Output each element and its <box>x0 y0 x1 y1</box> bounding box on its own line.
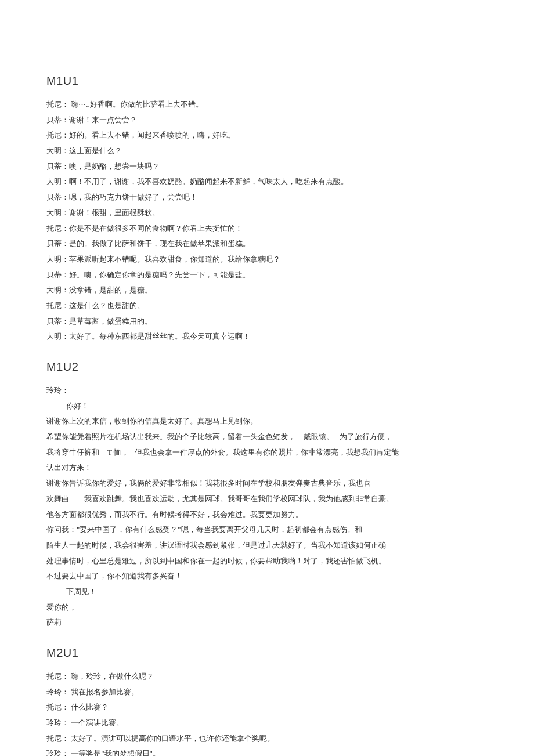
letter-body-line: 你问我："要来中国了，你有什么感受？"嗯，每当我要离开父母几天时，起初都会有点感… <box>46 523 488 537</box>
letter-body-line: 认出对方来！ <box>46 461 488 475</box>
letter-closing-love: 爱你的， <box>46 601 488 615</box>
letter-body-text: 希望你能凭着照片在机场认出我来。我的个子比较高，留着一头金色短发， <box>46 432 295 441</box>
letter-body-text: 但我也会拿一件厚点的外套。我这里有你的照片，你非常漂亮，我想我们肯定能 <box>135 448 399 457</box>
letter-closing-name: 萨莉 <box>46 616 488 630</box>
letter-closing-nextweek: 下周见！ <box>46 585 488 599</box>
letter-body-line: 欢舞曲——我喜欢跳舞。我也喜欢运动，尤其是网球。我哥哥在我们学校网球队，我为他感… <box>46 492 488 507</box>
dialog-line: 大明：太好了。每种东西都是甜丝丝的。我今天可真幸运啊！ <box>46 330 488 344</box>
letter-body-line: 谢谢你告诉我你的爱好，我俩的爱好非常相似！我花很多时间在学校和朋友弹奏古典音乐，… <box>46 476 488 491</box>
dialog-line: 大明：没拿错，是甜的，是糖。 <box>46 283 488 298</box>
letter-body-line: 陌生人一起的时候，我会很害羞，讲汉语时我会感到紧张，但是过几天就好了。当我不知道… <box>46 538 488 553</box>
dialog-line: 玲玲： 我在报名参加比赛。 <box>46 685 488 700</box>
letter-body-line: 他各方面都很优秀，而我不行。有时候考得不好，我会难过。我要更加努力。 <box>46 508 488 522</box>
dialog-line: 托尼：你是不是在做很多不同的食物啊？你看上去挺忙的！ <box>46 222 488 236</box>
letter-salutation: 玲玲： <box>46 384 488 398</box>
section-heading-m1u2: M1U2 <box>46 356 488 378</box>
letter-body-text: 我将穿牛仔裤和 <box>46 448 99 457</box>
letter-body-line: 希望你能凭着照片在机场认出我来。我的个子比较高，留着一头金色短发，戴眼镜。为了旅… <box>46 430 488 444</box>
letter-hello: 你好！ <box>46 399 488 414</box>
dialog-line: 贝蒂：嗯，我的巧克力饼干做好了，尝尝吧！ <box>46 190 488 205</box>
letter-body-line: 谢谢你上次的来信，收到你的信真是太好了。真想马上见到你。 <box>46 414 488 429</box>
letter-body-line: 不过要去中国了，你不知道我有多兴奋！ <box>46 569 488 584</box>
dialog-line: 大明：这上面是什么？ <box>46 144 488 158</box>
document-page: M1U1 托尼： 嗨⋯..好香啊。你做的比萨看上去不错。 贝蒂：谢谢！来一点尝尝… <box>0 0 534 756</box>
dialog-line: 托尼： 嗨，玲玲，在做什么呢？ <box>46 670 488 684</box>
dialog-line: 贝蒂：噢，是奶酪，想尝一块吗？ <box>46 160 488 174</box>
section-heading-m1u1: M1U1 <box>46 70 488 92</box>
dialog-line: 大明：啊！不用了，谢谢，我不喜欢奶酪。奶酪闻起来不新鲜，气味太大，吃起来有点酸。 <box>46 175 488 189</box>
dialog-line: 托尼：好的。看上去不错，闻起来香喷喷的，嗨，好吃。 <box>46 128 488 143</box>
dialog-line: 大明：谢谢！很甜，里面很酥软。 <box>46 206 488 220</box>
dialog-line: 托尼： 太好了。演讲可以提高你的口语水平，也许你还能拿个奖呢。 <box>46 732 488 746</box>
dialog-line: 玲玲： 一个演讲比赛。 <box>46 716 488 730</box>
dialog-line: 贝蒂：好。噢，你确定你拿的是糖吗？先尝一下，可能是盐。 <box>46 268 488 283</box>
dialog-line: 托尼：这是什么？也是甜的。 <box>46 299 488 313</box>
letter-body-text: 戴眼镜。 <box>304 432 334 441</box>
dialog-line: 大明：苹果派听起来不错呢。我喜欢甜食，你知道的。我给你拿糖吧？ <box>46 252 488 267</box>
dialog-line: 贝蒂：谢谢！来一点尝尝？ <box>46 113 488 128</box>
letter-body-line: 我将穿牛仔裤和T 恤，但我也会拿一件厚点的外套。我这里有你的照片，你非常漂亮，我… <box>46 446 488 460</box>
letter-body-line: 处理事情时，心里总是难过，所以到中国和你在一起的时候，你要帮助我哟！对了，我还害… <box>46 554 488 569</box>
dialog-line: 托尼： 嗨⋯..好香啊。你做的比萨看上去不错。 <box>46 97 488 112</box>
dialog-line: 托尼： 什么比赛？ <box>46 700 488 715</box>
letter-body-text: T 恤， <box>107 448 129 457</box>
dialog-line: 贝蒂：是的。我做了比萨和饼干，现在我在做苹果派和蛋糕。 <box>46 237 488 251</box>
letter-body-text: 为了旅行方便， <box>340 432 392 441</box>
dialog-line: 贝蒂：是草莓酱，做蛋糕用的。 <box>46 314 488 329</box>
section-heading-m2u1: M2U1 <box>46 642 488 664</box>
dialog-line: 玲玲： 一等奖是"我的梦想假日"。 <box>46 747 488 756</box>
